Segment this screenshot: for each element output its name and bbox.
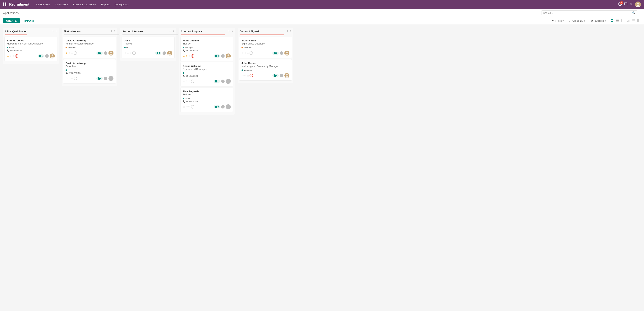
kanban-column-second-interview: Second Interview + 1 Jose Trainee IT ☆☆☆: [120, 28, 176, 61]
star-2[interactable]: ☆: [10, 54, 12, 57]
tag-dot: [242, 70, 243, 71]
topbar: Recruitment Job Positions Applications R…: [0, 0, 644, 9]
kanban-card[interactable]: John Bruno Marketing and Community Manag…: [239, 60, 292, 80]
clock-icon[interactable]: 8: [618, 2, 622, 6]
star-2[interactable]: ☆: [244, 74, 246, 77]
column-progress-bar: [64, 34, 119, 35]
card-phone: 📞 9963214587: [7, 50, 55, 52]
nav-resumes[interactable]: Resumes and Letters: [72, 2, 97, 7]
column-header: Contract Proposal + 3: [179, 28, 234, 34]
doc-badge: 0: [214, 105, 220, 108]
star-1[interactable]: ☆: [242, 74, 244, 77]
star-1[interactable]: ☆: [124, 52, 126, 54]
star-2[interactable]: ☆: [244, 52, 246, 54]
column-add-button[interactable]: +: [52, 29, 54, 33]
star-1[interactable]: ☆: [183, 80, 185, 83]
chart-view-icon[interactable]: [626, 18, 630, 24]
pivot-view-icon[interactable]: [637, 18, 641, 24]
nav-applications[interactable]: Applications: [54, 2, 68, 7]
star-1[interactable]: ★: [7, 54, 9, 57]
star-2[interactable]: ☆: [186, 105, 188, 108]
star-3[interactable]: ☆: [188, 80, 190, 83]
user-avatar[interactable]: [635, 2, 641, 7]
chat-icon[interactable]: [624, 2, 628, 6]
table-view-icon[interactable]: [620, 18, 625, 24]
grid-icon[interactable]: [3, 2, 6, 6]
calendar-view-icon[interactable]: [631, 18, 636, 24]
kanban-cards: David Armstrong Human Resources Manager …: [62, 37, 117, 86]
kanban-card[interactable]: David Armstrong Consultant IT 📞 99887744…: [63, 60, 116, 84]
star-3[interactable]: ☆: [188, 105, 190, 108]
groupby-button[interactable]: Group By ▾: [568, 18, 587, 23]
kanban-card[interactable]: David Armstrong Human Resources Manager …: [63, 37, 116, 58]
nav-reports[interactable]: Reports: [101, 2, 110, 7]
star-3[interactable]: ☆: [12, 54, 14, 57]
close-icon[interactable]: [630, 2, 633, 6]
kanban-card[interactable]: Shane Williams Experienced Developer IT …: [180, 62, 233, 86]
star-2[interactable]: ☆: [68, 52, 70, 54]
doc-badge: 0: [272, 52, 279, 55]
card-role: Experienced Developer: [242, 42, 290, 45]
assignee-avatar: [104, 52, 107, 55]
column-add-button[interactable]: +: [169, 29, 171, 33]
star-3[interactable]: ☆: [247, 52, 249, 54]
page-title: Applications: [3, 11, 18, 14]
svg-rect-9: [570, 21, 571, 21]
kanban-card[interactable]: Tina Augustie Trainee Sales 📞 9898745745…: [180, 88, 233, 112]
star-2[interactable]: ☆: [186, 80, 188, 83]
card-name: Marie Justine: [183, 39, 231, 42]
star-1[interactable]: ☆: [242, 52, 244, 54]
kanban-cards: Sandra Elvis Experienced Developer Reser…: [238, 37, 293, 84]
card-meta: 0: [272, 73, 290, 78]
star-1[interactable]: ☆: [183, 105, 185, 108]
column-add-button[interactable]: +: [228, 29, 230, 33]
svg-point-40: [286, 74, 288, 76]
star-2[interactable]: ☆: [68, 77, 70, 80]
kanban-card[interactable]: Jose Trainee IT ☆☆☆ 1: [122, 37, 174, 58]
list-view-icon[interactable]: [615, 18, 620, 24]
column-header: Second Interview + 1: [120, 28, 176, 34]
tag-dot: [183, 47, 184, 48]
nav-configuration[interactable]: Configuration: [114, 2, 130, 7]
kanban-cards: Jose Trainee IT ☆☆☆ 1: [120, 37, 176, 61]
star-1[interactable]: ★: [183, 54, 185, 57]
no-deadline-icon: [132, 52, 136, 55]
star-3[interactable]: ☆: [71, 77, 73, 80]
star-3[interactable]: ☆: [71, 52, 73, 54]
column-add-button[interactable]: +: [286, 29, 289, 33]
doc-badge: 1: [155, 52, 162, 55]
assignee-avatar: [280, 52, 283, 55]
card-avatar: [167, 50, 172, 56]
svg-rect-19: [627, 21, 628, 22]
tag-dot: [66, 47, 67, 48]
kanban-column-initial-qualification: Initial Qualification + 1 Enrique Jones …: [3, 28, 59, 64]
star-2[interactable]: ★: [186, 54, 188, 57]
create-button[interactable]: CREATE: [3, 18, 20, 24]
star-3[interactable]: ☆: [130, 52, 132, 54]
search-input[interactable]: [543, 12, 632, 14]
favorites-button[interactable]: Favorites ▾: [589, 18, 608, 23]
svg-rect-13: [611, 21, 612, 22]
card-tag: Sales: [183, 97, 190, 100]
nav-job-positions[interactable]: Job Positions: [35, 2, 50, 7]
kanban-card[interactable]: Sandra Elvis Experienced Developer Reser…: [239, 37, 292, 58]
star-1[interactable]: ★: [66, 52, 68, 54]
filters-button[interactable]: Filters ▾: [550, 18, 565, 23]
star-1[interactable]: ☆: [66, 77, 68, 80]
import-button[interactable]: IMPORT: [21, 18, 37, 24]
star-3[interactable]: ☆: [247, 74, 249, 77]
star-3[interactable]: ☆: [188, 54, 190, 57]
svg-rect-21: [629, 20, 630, 22]
card-name: Jose: [124, 39, 172, 42]
star-2[interactable]: ☆: [127, 52, 129, 54]
card-name: David Armstrong: [66, 62, 114, 64]
column-progress-bar: [181, 34, 226, 35]
card-name: Enrique Jones: [7, 39, 55, 42]
kanban-card[interactable]: Marie Justine Trainee Manager 📞 99887744…: [180, 37, 233, 61]
search-bar: 🔍: [541, 10, 637, 15]
kanban-card[interactable]: Enrique Jones Marketing and Community Ma…: [4, 37, 57, 61]
column-progress-bar: [122, 34, 178, 35]
column-count: 2: [290, 30, 291, 33]
column-add-button[interactable]: +: [110, 29, 113, 33]
kanban-view-icon[interactable]: [610, 18, 614, 24]
